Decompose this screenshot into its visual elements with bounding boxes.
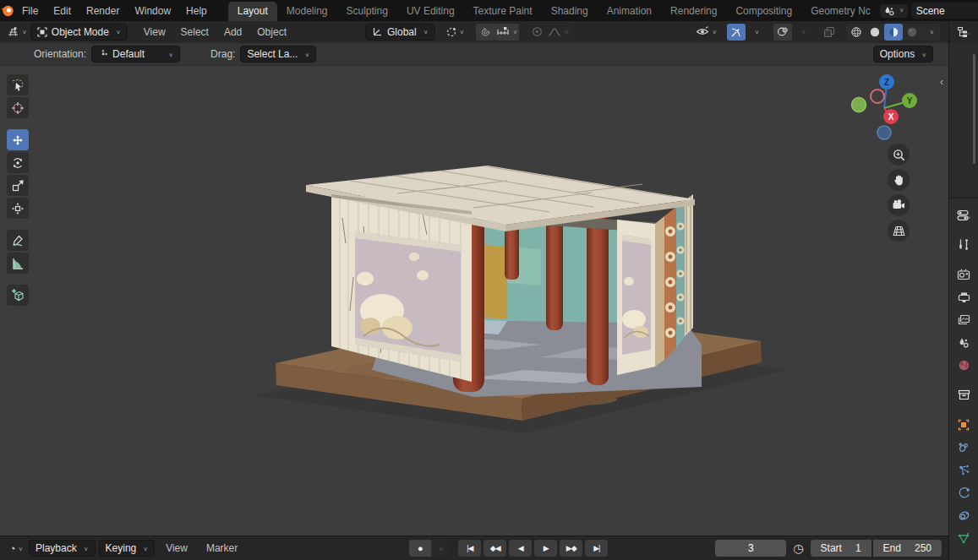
menu-window[interactable]: Window bbox=[127, 3, 178, 19]
timeline-editor-type-button[interactable]: ◔ ∨ bbox=[7, 540, 25, 557]
snap-toggle-button[interactable] bbox=[476, 24, 494, 41]
gizmo-icon bbox=[730, 26, 742, 38]
scene-browse-button[interactable]: ∨ bbox=[880, 4, 908, 18]
camera-view-button[interactable] bbox=[888, 194, 910, 216]
tab-animation[interactable]: Animation bbox=[598, 2, 661, 21]
tab-layout[interactable]: Layout bbox=[228, 2, 277, 21]
timeline-view-menu[interactable]: View bbox=[158, 541, 195, 556]
tab-view-layer[interactable] bbox=[951, 308, 976, 331]
shading-material-button[interactable] bbox=[884, 24, 903, 41]
show-gizmo-button[interactable] bbox=[727, 24, 746, 41]
tab-shading[interactable]: Shading bbox=[542, 2, 598, 21]
tab-scene[interactable] bbox=[951, 331, 976, 354]
tool-move[interactable] bbox=[7, 129, 29, 150]
ortho-toggle-button[interactable] bbox=[888, 220, 910, 242]
xray-toggle-button[interactable] bbox=[820, 24, 839, 41]
jump-to-start-button[interactable]: |◀ bbox=[458, 540, 481, 557]
tab-modeling[interactable]: Modeling bbox=[277, 2, 337, 21]
drag-selector[interactable]: Select La... ∨ bbox=[240, 46, 316, 63]
drag-value: Select La... bbox=[247, 48, 298, 60]
play-reverse-button[interactable]: ◀ bbox=[509, 540, 532, 557]
auto-keying-dropdown[interactable]: ∨ bbox=[431, 540, 448, 557]
shading-solid-button[interactable] bbox=[866, 24, 884, 41]
orientation-default-selector[interactable]: Default ∨ bbox=[91, 46, 180, 63]
tool-rotate[interactable] bbox=[7, 152, 29, 173]
visibility-dropdown-button[interactable]: ∨ bbox=[694, 24, 718, 41]
shading-dropdown[interactable]: ∨ bbox=[921, 24, 940, 41]
tool-cursor[interactable] bbox=[7, 97, 29, 118]
tab-particles[interactable] bbox=[951, 459, 976, 481]
tab-tool[interactable] bbox=[951, 233, 976, 256]
tool-scale[interactable] bbox=[7, 175, 29, 196]
end-label: End bbox=[883, 542, 901, 554]
scene-name-field[interactable]: Scene bbox=[911, 3, 978, 19]
tab-modifiers[interactable] bbox=[951, 436, 976, 459]
menu-file[interactable]: File bbox=[14, 3, 46, 19]
orientation-default-value: Default bbox=[112, 48, 145, 60]
tab-sculpting[interactable]: Sculpting bbox=[337, 2, 397, 21]
chevron-down-icon: ∨ bbox=[930, 29, 935, 35]
outliner-editor-type-button[interactable] bbox=[949, 21, 978, 42]
keying-menu[interactable]: Keying ∨ bbox=[99, 540, 156, 557]
show-overlays-button[interactable] bbox=[773, 24, 792, 41]
timeline-marker-menu[interactable]: Marker bbox=[199, 541, 245, 556]
menu-view[interactable]: View bbox=[136, 24, 173, 40]
tab-texture-paint[interactable]: Texture Paint bbox=[464, 2, 542, 21]
pivot-point-button[interactable]: ∨ bbox=[444, 24, 467, 41]
menu-edit[interactable]: Edit bbox=[46, 3, 79, 19]
tab-collection[interactable] bbox=[951, 383, 976, 406]
start-frame-field[interactable]: Start 1 bbox=[811, 540, 871, 557]
playback-menu[interactable]: Playback ∨ bbox=[29, 540, 96, 557]
current-frame-field[interactable]: 3 bbox=[715, 540, 786, 557]
tab-object[interactable] bbox=[951, 413, 976, 436]
pan-button[interactable] bbox=[888, 169, 910, 191]
tab-world[interactable] bbox=[951, 354, 976, 377]
blender-logo-icon[interactable] bbox=[0, 3, 14, 18]
viewport-3d[interactable]: ‹ Z Y X bbox=[0, 66, 948, 536]
options-button[interactable]: Options ∨ bbox=[873, 46, 933, 63]
outliner-region[interactable] bbox=[949, 42, 978, 198]
auto-keying-record-button[interactable]: ● bbox=[409, 540, 431, 557]
zoom-button[interactable] bbox=[888, 144, 910, 166]
tool-annotate[interactable] bbox=[7, 230, 29, 251]
tab-uv-editing[interactable]: UV Editing bbox=[397, 2, 464, 21]
tab-constraints[interactable] bbox=[951, 504, 976, 527]
menu-add[interactable]: Add bbox=[216, 24, 249, 40]
outliner-scrollbar[interactable] bbox=[973, 54, 975, 164]
proportional-falloff-button[interactable]: ∨ bbox=[546, 24, 571, 41]
tab-physics[interactable] bbox=[951, 481, 976, 504]
menu-help[interactable]: Help bbox=[178, 3, 215, 19]
proportional-editing-button[interactable] bbox=[527, 24, 546, 41]
next-keyframe-button[interactable]: ▶◆ bbox=[560, 540, 582, 557]
tab-object-data[interactable] bbox=[951, 527, 976, 550]
end-frame-field[interactable]: End 250 bbox=[873, 540, 942, 557]
menu-select[interactable]: Select bbox=[173, 24, 216, 40]
mode-selector[interactable]: Object Mode ∨ bbox=[30, 24, 128, 41]
shading-rendered-button[interactable] bbox=[903, 24, 921, 41]
show-gizmo-dropdown[interactable]: ∨ bbox=[746, 24, 765, 41]
tab-rendering[interactable]: Rendering bbox=[661, 2, 726, 21]
prev-keyframe-button[interactable]: ◆◀ bbox=[484, 540, 506, 557]
jump-to-end-button[interactable]: ▶| bbox=[585, 540, 608, 557]
tool-measure[interactable] bbox=[7, 253, 29, 274]
tab-geometry-nodes[interactable]: Geometry Nc bbox=[801, 2, 880, 21]
menu-render[interactable]: Render bbox=[79, 3, 127, 19]
properties-editor-type-button[interactable] bbox=[951, 204, 976, 226]
transform-orientation-selector[interactable]: Global ∨ bbox=[365, 24, 435, 41]
overlays-dropdown[interactable]: ∨ bbox=[793, 24, 811, 41]
tool-transform[interactable] bbox=[7, 198, 29, 219]
play-button[interactable]: ▶ bbox=[534, 540, 557, 557]
editor-type-button[interactable]: ∨ bbox=[5, 24, 29, 41]
shading-wireframe-button[interactable] bbox=[847, 24, 866, 41]
menu-object[interactable]: Object bbox=[249, 24, 294, 40]
frame-range: Start 1 End 250 bbox=[811, 540, 942, 557]
snap-settings-button[interactable]: ∨ bbox=[494, 24, 519, 41]
tool-add-cube[interactable] bbox=[7, 285, 29, 306]
sidebar-collapse-chevron[interactable]: ‹ bbox=[940, 76, 943, 88]
tab-output[interactable] bbox=[951, 285, 976, 308]
tool-select-box[interactable] bbox=[7, 74, 29, 95]
tab-compositing[interactable]: Compositing bbox=[726, 2, 801, 21]
navigation-gizmo[interactable]: Z Y X bbox=[847, 71, 920, 144]
tab-render[interactable] bbox=[951, 263, 976, 285]
constraints-icon bbox=[958, 509, 970, 522]
